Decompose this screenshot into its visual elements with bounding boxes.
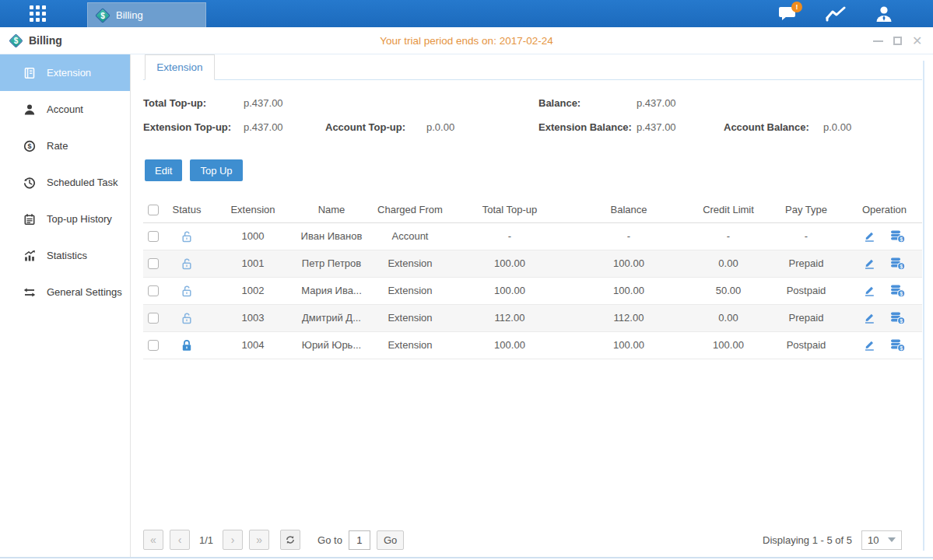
sidebar-item-rate[interactable]: $ Rate: [0, 128, 130, 164]
user-account-icon[interactable]: [871, 4, 897, 24]
name-cell: Дмитрий Д...: [296, 304, 367, 331]
edit-button[interactable]: Edit: [145, 159, 182, 181]
extension-table: StatusExtensionNameCharged FromTotal Top…: [143, 197, 922, 359]
scheduled-task-clock-icon: [23, 177, 36, 189]
page-size-value: 10: [868, 534, 879, 546]
edit-row-icon[interactable]: [863, 311, 876, 324]
column-header: Pay Type: [766, 197, 847, 222]
sidebar: Extension Account $ Rate Scheduled Task: [0, 54, 131, 557]
balance-label: Balance:: [538, 97, 580, 109]
topup-row-icon[interactable]: $: [890, 311, 906, 325]
row-checkbox[interactable]: [148, 340, 159, 351]
close-icon[interactable]: ✕: [912, 36, 922, 46]
next-page-button[interactable]: ›: [223, 530, 243, 550]
charged-from-cell: Extension: [367, 250, 453, 277]
total-topup-value: p.437.00: [244, 97, 283, 109]
balance-value: p.437.00: [637, 97, 676, 109]
sidebar-item-topup-history[interactable]: Top-up History: [0, 201, 130, 237]
table-row: 1003 Дмитрий Д... Extension 112.00 112.0…: [143, 304, 922, 331]
go-button[interactable]: Go: [377, 530, 404, 550]
prev-page-button[interactable]: ‹: [170, 530, 190, 550]
sidebar-item-scheduled-task[interactable]: Scheduled Task: [0, 164, 130, 201]
name-cell: Иван Иванов: [296, 222, 367, 250]
pay-type-cell: Prepaid: [766, 304, 847, 331]
sidebar-item-label: General Settings: [47, 286, 122, 298]
table-row: 1000 Иван Иванов Account - - - - $: [143, 222, 922, 250]
topup-row-icon[interactable]: $: [890, 338, 906, 352]
topup-row-icon[interactable]: $: [890, 229, 906, 243]
total-topup-cell: 112.00: [453, 304, 566, 331]
column-header: Credit Limit: [691, 197, 766, 222]
row-checkbox[interactable]: [148, 313, 159, 324]
account-balance-label: Account Balance:: [724, 121, 809, 133]
charged-from-cell: Extension: [367, 304, 453, 331]
sidebar-item-label: Extension: [47, 67, 91, 79]
sidebar-item-general-settings[interactable]: General Settings: [0, 274, 130, 310]
charged-from-cell: Account: [367, 222, 453, 250]
balance-cell: 100.00: [566, 277, 691, 304]
sidebar-item-extension[interactable]: Extension: [0, 54, 130, 91]
chevron-down-icon: [888, 537, 896, 542]
status-lock-icon: [180, 311, 194, 325]
messages-icon[interactable]: !: [774, 4, 801, 24]
top-up-button[interactable]: Top Up: [190, 159, 242, 181]
total-topup-label: Total Top-up:: [143, 97, 206, 109]
sidebar-item-label: Scheduled Task: [47, 177, 118, 188]
name-cell: Мария Ива...: [296, 277, 367, 304]
edit-row-icon[interactable]: [863, 229, 876, 243]
extension-cell: 1000: [210, 222, 296, 250]
extension-balance-label: Extension Balance:: [538, 121, 632, 133]
balance-cell: 100.00: [566, 250, 691, 277]
app-grid-icon[interactable]: [30, 5, 47, 23]
credit-limit-cell: 100.00: [691, 331, 766, 359]
table-row: 1001 Петр Петров Extension 100.00 100.00…: [143, 250, 922, 277]
minimize-icon[interactable]: [873, 36, 883, 46]
row-checkbox[interactable]: [148, 258, 159, 269]
billing-dollar-icon: $: [9, 33, 23, 47]
page-size-dropdown[interactable]: 10: [861, 530, 902, 550]
tab-extension[interactable]: Extension: [145, 54, 215, 80]
topup-row-icon[interactable]: $: [890, 284, 906, 298]
balance-cell: -: [566, 222, 691, 250]
column-header: Name: [296, 197, 367, 222]
sidebar-item-statistics[interactable]: Statistics: [0, 237, 130, 274]
sidebar-item-account[interactable]: Account: [0, 91, 130, 128]
trial-period-notice: Your trial period ends on: 2017-02-24: [0, 35, 933, 47]
total-topup-cell: 100.00: [453, 331, 566, 359]
svg-text:$: $: [900, 263, 903, 269]
topup-history-calendar-icon: [23, 213, 36, 226]
balance-summary: Total Top-up: p.437.00 Balance: p.437.00…: [143, 91, 922, 152]
page-indicator: 1/1: [199, 534, 213, 546]
reports-chart-icon[interactable]: [823, 4, 849, 24]
topup-row-icon[interactable]: $: [890, 257, 906, 271]
account-topup-label: Account Top-up:: [325, 121, 405, 133]
statistics-chart-icon: [23, 250, 36, 262]
total-topup-cell: -: [453, 222, 566, 250]
billing-dollar-icon: $: [95, 8, 110, 23]
credit-limit-cell: 0.00: [691, 304, 766, 331]
top-navbar: $ Billing !: [0, 0, 933, 27]
pay-type-cell: Postpaid: [766, 331, 847, 359]
column-header: Total Top-up: [453, 197, 566, 222]
goto-page-input[interactable]: [349, 530, 370, 550]
edit-row-icon[interactable]: [863, 338, 876, 352]
displaying-range-text: Displaying 1 - 5 of 5: [763, 534, 852, 546]
svg-text:$: $: [900, 345, 903, 351]
billing-app-tab-label: Billing: [116, 9, 143, 21]
billing-app-tab[interactable]: $ Billing: [87, 2, 206, 27]
column-header: Operation: [847, 197, 922, 222]
maximize-icon[interactable]: [893, 36, 903, 46]
refresh-button[interactable]: [280, 530, 300, 550]
goto-label: Go to: [317, 534, 342, 546]
edit-row-icon[interactable]: [863, 257, 876, 270]
first-page-button[interactable]: «: [143, 530, 163, 550]
svg-text:$: $: [27, 142, 31, 150]
rate-dollar-icon: $: [23, 140, 36, 152]
last-page-button[interactable]: »: [249, 530, 269, 550]
edit-row-icon[interactable]: [863, 284, 876, 297]
select-all-checkbox[interactable]: [148, 205, 159, 215]
svg-text:$: $: [900, 236, 903, 242]
refresh-icon: [285, 534, 296, 545]
row-checkbox[interactable]: [148, 231, 159, 242]
row-checkbox[interactable]: [148, 285, 159, 296]
